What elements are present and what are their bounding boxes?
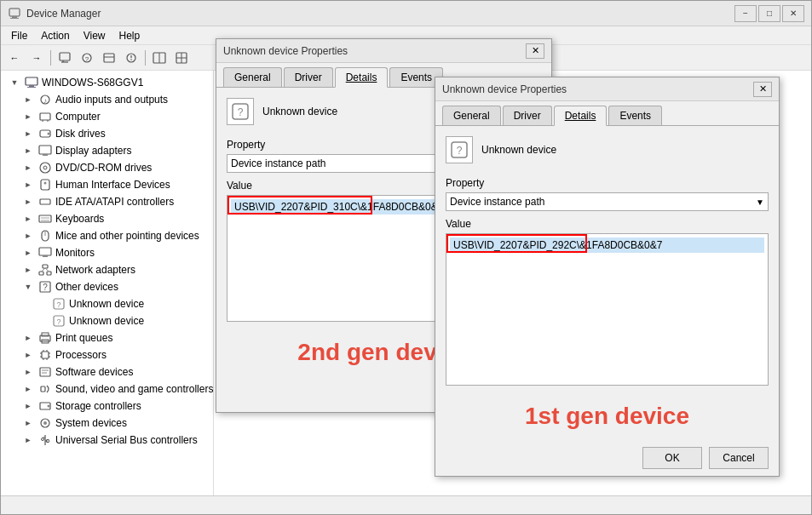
tree-item-network[interactable]: ► Network adapters	[1, 261, 213, 278]
tree-item-computer[interactable]: ► Computer	[1, 108, 213, 125]
maximize-button[interactable]: □	[758, 5, 780, 22]
dialog2-property-value: Device instance path	[450, 196, 544, 208]
expand-icon-dvd: ►	[21, 161, 35, 175]
dialog1-tab-general[interactable]: General	[223, 67, 282, 87]
dialog1-tab-driver[interactable]: Driver	[284, 67, 333, 87]
device-tree[interactable]: ▼ WINDOWS-S68GGV1 ► ♪ Audio inputs and o…	[1, 71, 214, 495]
svg-rect-40	[39, 248, 51, 255]
tree-item-label: Other devices	[55, 281, 118, 293]
expand-icon-print: ►	[21, 331, 35, 345]
audio-icon: ♪	[38, 93, 52, 106]
minimize-button[interactable]: −	[734, 5, 757, 22]
unknown-device-icon-2: ?	[52, 314, 66, 328]
tree-item-keyboards[interactable]: ► Keyboards	[1, 210, 213, 227]
other-icon: ?	[38, 280, 52, 294]
tree-item-ide[interactable]: ► IDE ATA/ATAPI controllers	[1, 193, 213, 210]
tree-item-processors[interactable]: ► Processors	[1, 346, 213, 363]
svg-rect-28	[39, 146, 51, 154]
svg-point-30	[40, 163, 50, 173]
dialog2-title-bar: Unknown device Properties ✕	[435, 77, 779, 101]
forward-button[interactable]: →	[26, 49, 47, 67]
tree-item-label: System devices	[55, 417, 127, 429]
dialog2-value-text: USB\VID_2207&PID_292C\&1FA8D0CB&0&7	[450, 237, 764, 253]
tree-item-display[interactable]: ► Display adapters	[1, 142, 213, 159]
tree-item-mice[interactable]: ► Mice and other pointing devices	[1, 227, 213, 244]
disk-icon	[38, 127, 52, 140]
dialog1-title: Unknown device Properties	[223, 45, 526, 57]
system-icon	[38, 416, 52, 430]
tree-item-software[interactable]: ► Software devices	[1, 363, 213, 381]
tree-item-unknown2[interactable]: ? Unknown device	[1, 312, 213, 329]
tree-item-label: Monitors	[55, 247, 95, 259]
tree-item-label: IDE ATA/ATAPI controllers	[55, 196, 174, 208]
dialog1-property-value: Device instance path	[231, 157, 325, 169]
svg-point-12	[130, 59, 132, 60]
toolbar-btn-2[interactable]: ?	[77, 49, 97, 67]
tree-item-system[interactable]: ► System devices	[1, 415, 213, 432]
svg-rect-8	[104, 54, 114, 62]
toolbar-btn-6[interactable]	[171, 49, 192, 67]
tree-item-label: Unknown device	[69, 298, 144, 310]
storage-icon	[38, 399, 52, 413]
dialog2-tab-general[interactable]: General	[442, 106, 501, 125]
dialog2-tab-details[interactable]: Details	[554, 106, 608, 126]
tree-item-label: Computer	[55, 111, 101, 123]
dialog2-device-icon: ?	[446, 136, 473, 163]
tree-item-label: Mice and other pointing devices	[55, 230, 199, 242]
tree-item-monitors[interactable]: ► Monitors	[1, 244, 213, 261]
mouse-icon	[38, 229, 52, 243]
toolbar-btn-3[interactable]	[99, 49, 119, 67]
tree-item-storage[interactable]: ► Storage controllers	[1, 398, 213, 415]
tree-root[interactable]: ▼ WINDOWS-S68GGV1	[1, 74, 213, 91]
tree-item-audio[interactable]: ► ♪ Audio inputs and outputs	[1, 91, 213, 108]
toolbar-btn-4[interactable]	[121, 49, 141, 67]
dialog2-ok-button[interactable]: OK	[642, 447, 702, 469]
dialog1-tab-details[interactable]: Details	[335, 67, 389, 88]
svg-rect-68	[41, 386, 45, 392]
dialog2-content: ? Unknown device Property Device instanc…	[435, 126, 779, 440]
menu-file[interactable]: File	[4, 28, 34, 43]
tree-root-label: WINDOWS-S68GGV1	[42, 77, 143, 89]
back-button[interactable]: ←	[4, 49, 25, 67]
unknown-device-icon-1: ?	[52, 297, 66, 311]
dialog2-tab-driver[interactable]: Driver	[503, 106, 552, 125]
generic-icon	[38, 110, 52, 123]
tree-item-label: Audio inputs and outputs	[55, 94, 168, 106]
tree-item-disk[interactable]: ► Disk drives	[1, 125, 213, 142]
close-button[interactable]: ✕	[782, 5, 804, 22]
svg-text:?: ?	[56, 300, 60, 309]
dialog2-tab-events[interactable]: Events	[608, 106, 662, 125]
tree-item-label: Network adapters	[55, 264, 135, 276]
dialog2-close-button[interactable]: ✕	[753, 82, 772, 97]
svg-line-46	[45, 268, 49, 272]
expand-icon-keyboards: ►	[21, 212, 35, 226]
menu-help[interactable]: Help	[112, 28, 147, 43]
expand-icon-computer: ►	[21, 110, 35, 123]
monitor-icon	[38, 246, 52, 260]
dialog2-cancel-button[interactable]: Cancel	[709, 447, 769, 469]
dialog2-window: Unknown device Properties ✕ General Driv…	[435, 77, 780, 477]
menu-view[interactable]: View	[77, 28, 112, 43]
menu-action[interactable]: Action	[34, 28, 76, 43]
tree-item-print[interactable]: ► Print queues	[1, 329, 213, 346]
svg-rect-0	[9, 9, 20, 16]
tree-item-hid[interactable]: ► Human Interface Devices	[1, 176, 213, 193]
expand-icon-sound: ►	[21, 382, 35, 396]
tree-item-unknown1[interactable]: ? Unknown device	[1, 295, 213, 312]
tree-item-dvd[interactable]: ► DVD/CD-ROM drives	[1, 159, 213, 176]
svg-point-70	[48, 405, 50, 408]
hid-icon	[38, 178, 52, 192]
toolbar-btn-1[interactable]	[55, 49, 75, 67]
svg-point-76	[42, 438, 44, 441]
dialog1-close-button[interactable]: ✕	[526, 43, 544, 59]
toolbar-btn-5[interactable]	[149, 49, 170, 67]
dialog2-property-dropdown[interactable]: Device instance path ▼	[446, 192, 769, 211]
svg-line-45	[42, 268, 46, 272]
tree-item-other[interactable]: ▼ ? Other devices	[1, 278, 213, 295]
tree-item-sound[interactable]: ► Sound, video and game controllers	[1, 381, 213, 398]
dialog2-device-name: Unknown device	[481, 144, 556, 156]
dialog2-gen-label: 1st gen device	[446, 403, 769, 430]
expand-icon-root: ▼	[8, 76, 21, 89]
dialog1-device-name: Unknown device	[262, 106, 337, 117]
tree-item-usb[interactable]: ► Universal Serial Bus controllers	[1, 432, 213, 449]
